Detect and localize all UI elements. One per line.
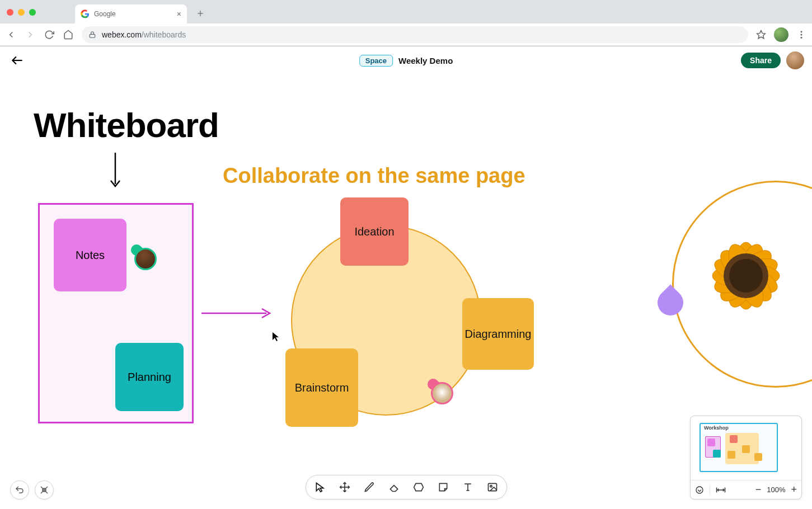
tab-strip: Google × (0, 0, 812, 23)
magnet-snap-button[interactable] (35, 480, 54, 499)
svg-marker-26 (414, 483, 423, 491)
presence-cursor-user2 (431, 382, 456, 407)
presence-avatar-icon (431, 382, 453, 404)
svg-marker-3 (757, 30, 766, 38)
pen-tool[interactable] (363, 481, 376, 493)
svg-rect-30 (488, 483, 496, 491)
whiteboard-app: Space Weekly Demo Share Whiteboard Colla… (0, 46, 812, 509)
canvas-title[interactable]: Whiteboard (34, 105, 219, 145)
fit-width-icon[interactable] (716, 486, 726, 494)
document-title-group: Space Weekly Demo (359, 55, 453, 67)
minimap-footer: − 100% + (691, 480, 801, 499)
mouse-cursor-icon (272, 332, 280, 342)
svg-point-20 (696, 487, 703, 493)
text-tool[interactable] (462, 481, 474, 493)
kebab-menu-icon[interactable] (796, 30, 806, 40)
sticky-note-ideation[interactable]: Ideation (340, 197, 409, 266)
new-tab-button[interactable] (193, 6, 208, 21)
svg-point-31 (490, 486, 491, 487)
user-avatar[interactable] (786, 51, 804, 69)
arrow-right-icon (201, 307, 274, 320)
minimap-menu-icon[interactable] (695, 486, 704, 494)
sticky-note-notes[interactable]: Notes (54, 219, 126, 291)
nav-back-button[interactable] (6, 29, 17, 40)
presence-avatar-icon (134, 248, 157, 270)
space-badge[interactable]: Space (359, 55, 393, 67)
window-close-icon[interactable] (7, 9, 13, 16)
window-maximize-icon[interactable] (29, 9, 36, 16)
window-minimize-icon[interactable] (18, 9, 25, 16)
share-button[interactable]: Share (741, 53, 781, 68)
pan-tool[interactable] (339, 481, 351, 493)
canvas-subtitle[interactable]: Collaborate on the same page (223, 164, 525, 188)
shapes-tool[interactable] (412, 481, 425, 493)
svg-point-4 (801, 31, 802, 32)
sticky-note-planning[interactable]: Planning (115, 343, 184, 411)
browser-tab-title: Google (94, 10, 116, 18)
svg-point-19 (729, 259, 763, 293)
minimap-canvas[interactable]: Workshop (694, 420, 798, 477)
eraser-tool[interactable] (388, 481, 400, 493)
minimap-shape-icon (713, 450, 721, 458)
home-button[interactable] (63, 29, 74, 40)
browser-chrome: Google × webex.com/whiteboards (0, 0, 812, 46)
undo-button[interactable] (10, 480, 29, 499)
presence-cursor-user1 (134, 248, 159, 272)
browser-toolbar: webex.com/whiteboards (0, 23, 812, 46)
minimap-shape-icon (730, 435, 738, 443)
zoom-in-button[interactable]: + (791, 484, 797, 496)
minimap[interactable]: Workshop − 100% + (690, 416, 802, 499)
google-favicon-icon (81, 10, 90, 18)
nav-forward-button[interactable] (25, 29, 36, 40)
svg-rect-2 (90, 34, 95, 37)
app-header: Space Weekly Demo Share (0, 46, 812, 74)
sticky-note-tool[interactable] (437, 481, 449, 493)
minimap-shape-icon (742, 445, 750, 453)
tool-toolbar (306, 475, 507, 499)
browser-tab[interactable]: Google × (75, 4, 187, 23)
close-tab-icon[interactable]: × (177, 10, 181, 18)
minimap-shape-icon (754, 453, 762, 461)
document-title[interactable]: Weekly Demo (398, 56, 453, 65)
sunflower-image[interactable] (690, 220, 802, 332)
back-button[interactable] (8, 51, 27, 70)
image-tool[interactable] (486, 481, 499, 493)
svg-point-5 (801, 34, 802, 35)
arrow-down-icon (110, 153, 121, 190)
minimap-shape-icon (707, 439, 715, 446)
minimap-label: Workshop (704, 425, 729, 431)
lock-icon (88, 31, 96, 39)
reload-button[interactable] (44, 29, 55, 40)
bottom-left-controls (10, 480, 54, 499)
sticky-note-brainstorm[interactable]: Brainstorm (285, 348, 358, 427)
window-controls (7, 9, 36, 16)
whiteboard-canvas[interactable]: Whiteboard Collaborate on the same page … (0, 74, 812, 509)
select-tool[interactable] (314, 481, 326, 493)
bookmark-star-icon[interactable] (756, 30, 766, 40)
zoom-out-button[interactable]: − (755, 484, 762, 496)
svg-point-6 (801, 36, 802, 38)
address-bar[interactable]: webex.com/whiteboards (82, 26, 748, 43)
minimap-shape-icon (727, 451, 735, 459)
zoom-level[interactable]: 100% (767, 486, 785, 494)
profile-avatar-icon[interactable] (774, 27, 788, 42)
sticky-note-diagramming[interactable]: Diagramming (462, 298, 534, 370)
url-text: webex.com/whiteboards (102, 30, 186, 39)
